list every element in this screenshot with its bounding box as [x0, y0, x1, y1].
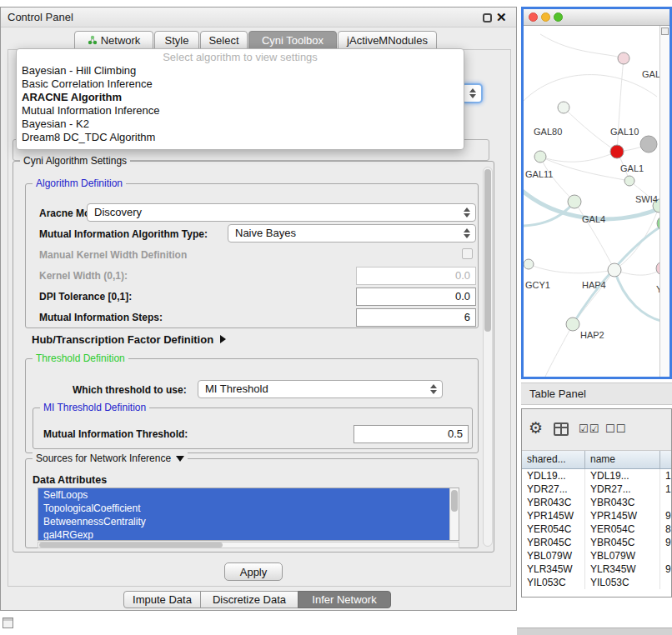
attributes-hscrollbar-thumb[interactable]	[39, 542, 223, 548]
close-traffic-light[interactable]	[529, 12, 538, 22]
cell-shared[interactable]: YLR345W	[522, 562, 585, 576]
settings-scrollbar-thumb[interactable]	[484, 169, 491, 332]
zoom-traffic-light[interactable]	[554, 12, 563, 22]
popup-item-mutual-information[interactable]: Mutual Information Inference	[17, 104, 464, 118]
cell-name[interactable]: YBR043C	[585, 496, 660, 509]
cell-name[interactable]: YBL079W	[585, 549, 660, 562]
which-threshold-combo[interactable]: MI Threshold	[198, 380, 443, 398]
network-node-gal1[interactable]	[624, 176, 634, 186]
cell-name[interactable]: YDL19...	[585, 469, 660, 482]
minimized-panel-icon[interactable]	[3, 618, 13, 628]
table-row[interactable]: YIL053C YIL053C	[522, 576, 671, 589]
table-row[interactable]: YLR345W YLR345W 9.	[522, 562, 671, 576]
control-panel-titlebar[interactable]: Control Panel ✕	[1, 8, 516, 28]
deselect-all-checks-icon[interactable]: ☐☐	[605, 422, 626, 435]
network-node[interactable]	[534, 151, 546, 162]
network-node-hap4[interactable]	[608, 263, 621, 277]
popup-item-bayesian-k2[interactable]: Bayesian - K2	[17, 118, 464, 131]
list-item-betweennesscentrality[interactable]: BetweennessCentrality	[38, 515, 459, 528]
cell-extra[interactable]: 9.	[660, 562, 671, 576]
table-panel-titlebar[interactable]: Table Panel	[521, 382, 672, 405]
table-row[interactable]: YDL19... YDL19... 13	[522, 469, 671, 482]
dpi-tolerance-field[interactable]: 0.0	[356, 288, 476, 306]
cell-name[interactable]: YER054C	[585, 522, 660, 536]
cell-shared[interactable]: YDR27...	[522, 482, 585, 496]
cell-shared[interactable]: YDL19...	[522, 469, 585, 482]
popup-item-aracne[interactable]: ARACNE Algorithm	[17, 91, 464, 104]
close-window-icon[interactable]: ✕	[496, 10, 507, 25]
network-canvas[interactable]: GAL GAL80 GAL10 GAL11 GAL1 SWI4 GAL4 GCY…	[524, 26, 662, 377]
list-item-selfloops[interactable]: SelfLoops	[38, 488, 459, 502]
hub-definition-toggle[interactable]: Hub/Transcription Factor Definition	[32, 333, 226, 346]
table-row[interactable]: YER054C YER054C 8.	[522, 522, 671, 536]
cell-name[interactable]: YPR145W	[585, 509, 660, 522]
restore-window-icon[interactable]	[483, 13, 492, 22]
settings-scrollbar[interactable]	[483, 167, 493, 547]
column-selector-icon[interactable]	[554, 422, 569, 436]
cell-name[interactable]: YBR045C	[585, 536, 660, 549]
list-item-topologicalcoefficient[interactable]: TopologicalCoefficient	[38, 502, 459, 515]
cell-extra[interactable]: 8.	[660, 522, 671, 536]
popup-item-dream8[interactable]: Dream8 DC_TDC Algorithm	[17, 131, 464, 144]
tab-infer-network[interactable]: Infer Network	[298, 591, 391, 608]
cell-extra[interactable]	[660, 549, 671, 562]
table-row[interactable]: YBR043C YBR043C	[522, 496, 671, 509]
cell-extra[interactable]: 13	[660, 469, 671, 482]
sources-title[interactable]: Sources for Network Inference	[33, 452, 188, 464]
select-all-checks-icon[interactable]: ☑☑	[579, 422, 599, 435]
cell-shared[interactable]: YIL053C	[522, 576, 585, 589]
column-header-shared[interactable]: shared...	[522, 451, 585, 468]
cell-extra[interactable]: 9.	[660, 536, 671, 549]
network-node-hap2[interactable]	[566, 318, 579, 331]
mi-algorithm-type-combo[interactable]: Naive Bayes	[228, 224, 476, 242]
tab-style[interactable]: Style	[154, 31, 199, 49]
table-row[interactable]: YPR145W YPR145W 9.	[522, 509, 671, 522]
network-vscrollbar[interactable]	[659, 26, 669, 377]
network-node[interactable]	[640, 136, 657, 152]
cell-extra[interactable]: 9.	[660, 509, 671, 522]
network-node-gal10[interactable]	[610, 145, 624, 158]
attributes-vscrollbar-thumb[interactable]	[451, 490, 458, 512]
table-row[interactable]: YDR27... YDR27... 12	[522, 482, 671, 496]
apply-button[interactable]: Apply	[224, 562, 283, 581]
cell-shared[interactable]: YBR043C	[522, 496, 585, 509]
column-header-extra[interactable]	[660, 451, 671, 468]
cell-name[interactable]: YDR27...	[585, 482, 660, 496]
cell-name[interactable]: YIL053C	[585, 576, 660, 589]
cell-shared[interactable]: YBL079W	[522, 549, 585, 562]
cell-shared[interactable]: YPR145W	[522, 509, 585, 522]
tab-jactivemnodules[interactable]: jActiveMNodules	[338, 31, 437, 49]
popup-item-bayesian-hill[interactable]: Bayesian - Hill Climbing	[17, 64, 464, 78]
network-node[interactable]	[524, 259, 534, 269]
tab-select[interactable]: Select	[200, 31, 248, 49]
cell-extra[interactable]	[660, 496, 671, 509]
mi-steps-field[interactable]: 6	[356, 308, 476, 327]
table-row[interactable]: YBR045C YBR045C 9.	[522, 536, 671, 549]
aracne-mode-combo[interactable]: Discovery	[87, 203, 476, 222]
tab-cyni-toolbox[interactable]: Cyni Toolbox	[248, 31, 337, 49]
mi-threshold-field[interactable]: 0.5	[354, 425, 469, 443]
network-node[interactable]	[618, 52, 629, 64]
column-header-name[interactable]: name	[585, 451, 660, 468]
tab-network[interactable]: Network	[74, 31, 153, 49]
node-label-gal10: GAL10	[610, 127, 639, 137]
dpi-tolerance-label: DPI Tolerance [0,1]:	[39, 291, 132, 302]
network-node-gal4[interactable]	[568, 195, 581, 208]
table-row[interactable]: YBL079W YBL079W	[522, 549, 671, 562]
cell-name[interactable]: YLR345W	[585, 562, 660, 576]
cell-shared[interactable]: YBR045C	[522, 536, 585, 549]
tab-impute-data[interactable]: Impute Data	[123, 591, 201, 608]
gear-icon[interactable]: ⚙	[529, 420, 543, 436]
tab-discretize-data[interactable]: Discretize Data	[200, 591, 298, 608]
attributes-vscrollbar[interactable]	[449, 488, 459, 540]
minimize-traffic-light[interactable]	[541, 12, 550, 22]
cell-shared[interactable]: YER054C	[522, 522, 585, 536]
network-scroll-button[interactable]	[661, 28, 669, 35]
popup-item-basic-correlation[interactable]: Basic Correlation Inference	[17, 78, 464, 91]
cell-extra[interactable]: 12	[660, 482, 671, 496]
network-window-titlebar[interactable]	[524, 9, 669, 26]
attributes-hscrollbar[interactable]	[38, 542, 459, 548]
list-item-gal4rgexp[interactable]: gal4RGexp	[38, 528, 459, 541]
cell-extra[interactable]	[660, 576, 671, 589]
network-node[interactable]	[558, 102, 569, 113]
